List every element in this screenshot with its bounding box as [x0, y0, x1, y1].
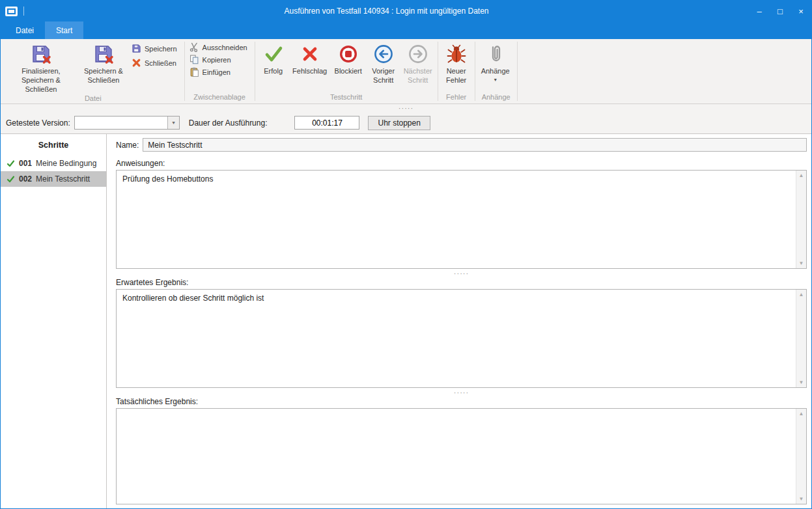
actual-result-text[interactable] [117, 409, 796, 504]
kopieren-button[interactable]: Kopieren [187, 53, 253, 66]
check-icon [7, 175, 15, 184]
ribbon-tab-row: Datei Start [1, 21, 811, 39]
window: Ausführen von Testfall 140934 : Login mi… [0, 0, 812, 509]
name-input[interactable] [143, 138, 807, 152]
ribbon-group-datei: Finalisieren, Speichern & Schließen Spei… [2, 39, 184, 103]
step-detail-panel: Name: Anweisungen: Prüfung des Homebutto… [107, 134, 811, 508]
expected-result-label: Erwartetes Ergebnis: [116, 278, 807, 287]
steps-header: Schritte [1, 137, 106, 156]
step-item-001[interactable]: 001 Meine Bedingung [1, 156, 106, 171]
group-label-datei: Datei [2, 94, 184, 105]
actual-result-textarea[interactable]: ▲ ▼ [116, 408, 807, 504]
button-label: Fehlschlag [292, 67, 327, 76]
button-label: Neuer Fehler [442, 67, 471, 85]
instructions-textarea[interactable]: Prüfung des Homebuttons ▲ ▼ [116, 170, 807, 269]
checkmark-icon [263, 44, 284, 64]
naechster-schritt-button: Nächster Schritt [400, 41, 436, 85]
group-label-anhaenge: Anhänge [475, 92, 517, 103]
step-number: 001 [19, 159, 32, 168]
speichern-button[interactable]: Speichern [129, 42, 182, 55]
step-item-002[interactable]: 002 Mein Testschritt [1, 171, 106, 187]
step-label: Mein Testschritt [36, 174, 90, 184]
button-label: Speichern [145, 45, 177, 53]
scroll-down-icon[interactable]: ▼ [799, 260, 804, 266]
einfuegen-button[interactable]: Einfügen [187, 66, 253, 78]
uhr-stoppen-button[interactable]: Uhr stoppen [368, 116, 430, 130]
vertical-scrollbar[interactable]: ▲ ▼ [796, 171, 806, 268]
button-label: Nächster Schritt [402, 67, 434, 85]
button-label: Ausschneiden [203, 44, 247, 51]
ribbon-group-testschritt: Erfolg Fehlschlag [255, 39, 438, 103]
version-combobox-value[interactable] [75, 117, 167, 129]
version-combobox[interactable]: ▼ [74, 116, 180, 130]
ribbon: Finalisieren, Speichern & Schließen Spei… [1, 39, 811, 104]
ribbon-group-fehler: Neuer Fehler Fehler [438, 39, 475, 103]
window-title: Ausführen von Testfall 140934 : Login mi… [40, 7, 733, 16]
voriger-schritt-button[interactable]: Voriger Schritt [367, 41, 400, 85]
button-label: Kopieren [203, 56, 231, 64]
step-label: Meine Bedingung [36, 159, 96, 168]
neuer-fehler-button[interactable]: Neuer Fehler [440, 41, 473, 85]
close-x-icon [132, 58, 141, 68]
button-label: Blockiert [335, 67, 362, 76]
scroll-up-icon[interactable]: ▲ [799, 411, 804, 417]
step-number: 002 [19, 174, 32, 184]
maximize-button[interactable]: □ [770, 1, 791, 21]
button-label: Einfügen [203, 68, 231, 76]
titlebar[interactable]: Ausführen von Testfall 140934 : Login mi… [1, 1, 811, 21]
anhaenge-button[interactable]: Anhänge ▾ [477, 41, 514, 83]
scroll-down-icon[interactable]: ▼ [799, 379, 804, 385]
quick-access-separator [23, 7, 24, 16]
ausschneiden-button[interactable]: Ausschneiden [187, 41, 253, 53]
app-icon[interactable] [5, 7, 18, 16]
group-label-fehler: Fehler [438, 92, 475, 103]
chevron-down-icon: ▼ [171, 120, 176, 126]
instructions-label: Anweisungen: [116, 159, 807, 168]
tab-start[interactable]: Start [45, 21, 83, 39]
button-label: Erfolg [264, 67, 283, 76]
scroll-down-icon[interactable]: ▼ [799, 496, 804, 502]
steps-panel: Schritte 001 Meine Bedingung 002 Mein Te… [1, 134, 107, 508]
horizontal-splitter[interactable]: ····· [116, 388, 807, 397]
bug-icon [446, 44, 467, 64]
save-close-icon [93, 44, 114, 64]
window-controls: – □ × [749, 1, 811, 21]
copy-icon [189, 55, 199, 64]
expected-result-text[interactable]: Kontrollieren ob dieser Schritt möglich … [117, 290, 796, 387]
blockiert-button[interactable]: Blockiert [330, 41, 367, 76]
scroll-up-icon[interactable]: ▲ [799, 172, 804, 178]
tab-datei[interactable]: Datei [5, 21, 45, 39]
name-label: Name: [116, 141, 139, 150]
save-close-icon [31, 44, 51, 64]
speichern-und-schliessen-button[interactable]: Speichern & Schließen [78, 41, 129, 85]
schliessen-button[interactable]: Schließen [129, 57, 182, 69]
button-label: Speichern & Schließen [80, 67, 127, 85]
erfolg-button[interactable]: Erfolg [257, 41, 290, 76]
horizontal-splitter[interactable]: ····· [116, 269, 807, 278]
execution-toolbar: Getestete Version: ▼ Dauer der Ausführun… [1, 112, 811, 134]
ribbon-separator [517, 42, 518, 101]
horizontal-splitter[interactable]: ····· [1, 104, 811, 112]
stop-record-icon [338, 44, 359, 64]
combobox-dropdown-button[interactable]: ▼ [167, 117, 179, 129]
paste-icon [189, 67, 199, 77]
button-label: Anhänge [481, 67, 510, 76]
button-label: Voriger Schritt [369, 67, 399, 85]
duration-input[interactable] [294, 116, 359, 130]
vertical-scrollbar[interactable]: ▲ ▼ [796, 409, 806, 504]
fehlschlag-button[interactable]: Fehlschlag [290, 41, 330, 76]
actual-result-label: Tatsächliches Ergebnis: [116, 397, 807, 406]
x-mark-icon [300, 44, 320, 64]
arrow-left-circle-icon [373, 44, 394, 64]
vertical-scrollbar[interactable]: ▲ ▼ [796, 290, 806, 387]
expected-result-textarea[interactable]: Kontrollieren ob dieser Schritt möglich … [116, 289, 807, 388]
main-area: Schritte 001 Meine Bedingung 002 Mein Te… [1, 134, 811, 508]
button-label: Finalisieren, Speichern & Schließen [6, 67, 76, 94]
instructions-text[interactable]: Prüfung des Homebuttons [117, 171, 796, 268]
duration-label: Dauer der Ausführung: [189, 118, 268, 128]
close-button[interactable]: × [791, 1, 811, 21]
ribbon-group-zwischenablage: Ausschneiden Kopieren [185, 39, 255, 103]
scroll-up-icon[interactable]: ▲ [799, 292, 804, 297]
finalisieren-speichern-schliessen-button[interactable]: Finalisieren, Speichern & Schließen [4, 41, 78, 94]
minimize-button[interactable]: – [749, 1, 770, 21]
